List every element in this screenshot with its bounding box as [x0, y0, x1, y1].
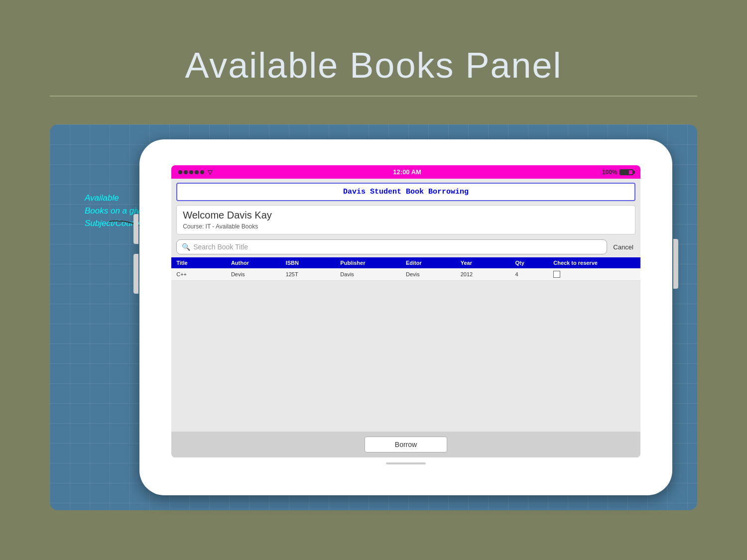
- phone-power-button: [673, 239, 678, 289]
- row-title: C++: [176, 271, 231, 277]
- phone-screen: ▽ 12:00 AM 100% Davis Student Book Borro…: [171, 165, 640, 457]
- battery-fill: [621, 170, 629, 174]
- blue-panel: Available Books on a given Subject/Cours…: [50, 124, 697, 510]
- table-row: C++ Devis 125T Davis Devis 2012 4: [171, 268, 640, 281]
- row-qty: 4: [515, 271, 553, 277]
- dot-2: [184, 170, 188, 174]
- status-time: 12:00 AM: [393, 168, 421, 176]
- dot-4: [195, 170, 199, 174]
- dot-5: [200, 170, 204, 174]
- status-bar: ▽ 12:00 AM 100%: [171, 165, 640, 179]
- search-icon: 🔍: [182, 243, 190, 251]
- row-publisher: Davis: [340, 271, 406, 277]
- reserve-checkbox[interactable]: [553, 271, 560, 278]
- col-qty: Qty: [515, 260, 553, 266]
- col-editor: Editor: [406, 260, 461, 266]
- welcome-name: Welcome Davis Kay: [183, 210, 629, 221]
- app-header: Davis Student Book Borrowing: [176, 183, 635, 201]
- title-divider: [50, 96, 697, 97]
- books-table: Title Author ISBN Publisher Editor Year …: [171, 257, 640, 431]
- slide-title: Available Books Panel: [20, 20, 727, 96]
- row-author: Devis: [231, 271, 286, 277]
- dot-1: [178, 170, 182, 174]
- dot-3: [189, 170, 193, 174]
- slide: Available Books Panel Available Books on…: [20, 20, 727, 540]
- app-content: Davis Student Book Borrowing Welcome Dav…: [171, 179, 640, 457]
- col-publisher: Publisher: [340, 260, 406, 266]
- phone-bottom: [386, 457, 426, 469]
- phone-volume-button-2: [133, 254, 138, 294]
- bottom-bar: Borrow: [171, 432, 640, 457]
- phone-mockup: ▽ 12:00 AM 100% Davis Student Book Borro…: [139, 139, 672, 495]
- row-checkbox-cell[interactable]: [553, 271, 635, 278]
- search-input[interactable]: Search Book Title: [193, 243, 248, 251]
- row-year: 2012: [461, 271, 515, 277]
- wifi-icon: ▽: [208, 169, 212, 176]
- borrow-button[interactable]: Borrow: [365, 437, 447, 452]
- battery-indicator: 100%: [602, 169, 633, 176]
- battery-bar: [620, 169, 633, 175]
- table-header: Title Author ISBN Publisher Editor Year …: [171, 257, 640, 268]
- app-header-title: Davis Student Book Borrowing: [183, 188, 628, 196]
- col-year: Year: [461, 260, 515, 266]
- home-indicator: [386, 462, 426, 464]
- cancel-button[interactable]: Cancel: [611, 241, 635, 253]
- signal-dots: ▽: [178, 169, 212, 176]
- col-title: Title: [176, 260, 231, 266]
- course-text: Course: IT - Available Books: [183, 223, 629, 230]
- phone-volume-button-1: [133, 214, 138, 244]
- row-isbn: 125T: [286, 271, 341, 277]
- search-input-wrapper[interactable]: 🔍 Search Book Title: [176, 239, 607, 254]
- col-reserve: Check to reserve: [553, 260, 635, 266]
- search-bar-row: 🔍 Search Book Title Cancel: [176, 239, 635, 254]
- col-author: Author: [231, 260, 286, 266]
- welcome-box: Welcome Davis Kay Course: IT - Available…: [176, 205, 635, 234]
- col-isbn: ISBN: [286, 260, 341, 266]
- battery-label: 100%: [602, 169, 618, 176]
- row-editor: Devis: [406, 271, 461, 277]
